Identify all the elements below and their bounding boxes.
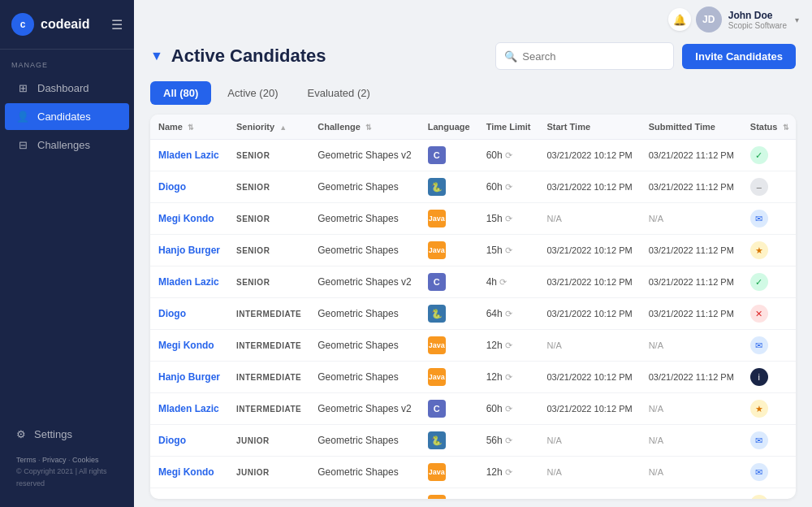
- cell-start-time: 03/21/2022 10:12 PM: [538, 235, 640, 266]
- dashboard-icon: ⊞: [16, 82, 29, 94]
- sidebar-footer: Terms · Privacy · Cookies © Copyright 20…: [5, 448, 129, 499]
- cell-submitted-time: N/A: [641, 203, 742, 235]
- filter-icon[interactable]: ▼: [150, 49, 163, 63]
- sidebar-settings[interactable]: ⚙ Settings: [5, 421, 129, 448]
- language-icon: C: [428, 400, 446, 418]
- table-row: Hanjo Burger JUNIOR Geometric Shapes Jav…: [150, 488, 796, 500]
- cell-status: ★: [742, 393, 796, 425]
- cell-challenge: Geometric Shapes v2: [309, 393, 419, 425]
- invite-candidates-button[interactable]: Invite Candidates: [682, 44, 796, 69]
- cell-challenge: Geometric Shapes: [309, 171, 419, 203]
- cell-start-time: N/A: [538, 425, 640, 457]
- chevron-down-icon: ▾: [795, 15, 799, 24]
- language-icon: Java: [428, 241, 446, 259]
- cell-challenge: Geometric Shapes: [309, 330, 419, 362]
- cell-name: Diogo: [150, 171, 228, 203]
- cell-start-time: 03/21/2022 10:12 PM: [538, 362, 640, 393]
- cell-status: –: [742, 171, 796, 203]
- cell-name: Megi Kondo: [150, 457, 228, 488]
- logo-text: codeaid: [41, 17, 89, 32]
- tab-all[interactable]: All (80): [150, 81, 211, 105]
- sidebar: c codeaid ☰ MANAGE ⊞ Dashboard 👤 Candida…: [0, 0, 134, 507]
- tabs: All (80) Active (20) Evaluated (2): [150, 81, 796, 105]
- col-name[interactable]: Name ⇅: [150, 115, 228, 140]
- cell-submitted-time: N/A: [641, 393, 742, 425]
- cell-name: Mladen Lazic: [150, 140, 228, 171]
- sidebar-bottom: ⚙ Settings Terms · Privacy · Cookies © C…: [0, 413, 134, 507]
- cell-time-limit: 60h ⟳: [478, 140, 539, 171]
- tab-evaluated[interactable]: Evaluated (2): [294, 81, 382, 105]
- copyright-text: © Copyright 2021 | All rights reserved: [16, 467, 107, 487]
- notification-bell[interactable]: 🔔: [668, 8, 691, 31]
- cell-seniority: JUNIOR: [228, 425, 309, 457]
- status-icon: ✉: [750, 336, 768, 354]
- cell-start-time: N/A: [538, 330, 640, 362]
- page-title-wrap: ▼ Active Candidates: [150, 46, 326, 67]
- candidate-name-link[interactable]: Megi Kondo: [158, 466, 214, 478]
- status-icon: ✉: [750, 463, 768, 481]
- cell-time-limit: 12h ⟳: [478, 488, 539, 500]
- sort-icon: ⇅: [365, 124, 372, 132]
- cell-seniority: INTERMEDIATE: [228, 362, 309, 393]
- cell-name: Mladen Lazic: [150, 393, 228, 425]
- privacy-link[interactable]: Privacy: [42, 456, 67, 464]
- search-input[interactable]: [522, 50, 665, 63]
- cookies-link[interactable]: Cookies: [72, 456, 99, 464]
- col-challenge[interactable]: Challenge ⇅: [309, 115, 419, 140]
- language-icon: Java: [428, 368, 446, 386]
- sidebar-item-challenges[interactable]: ⊟ Challenges: [5, 132, 129, 158]
- cell-status: ✉: [742, 425, 796, 457]
- sort-icon: ⇅: [188, 124, 194, 132]
- cell-language: C: [420, 266, 478, 298]
- cell-name: Diogo: [150, 425, 228, 457]
- candidate-name-link[interactable]: Diogo: [158, 181, 186, 193]
- terms-link[interactable]: Terms: [16, 456, 37, 464]
- sidebar-item-dashboard[interactable]: ⊞ Dashboard: [5, 75, 129, 102]
- page-header: ▼ Active Candidates 🔍 Invite Candidates: [150, 39, 796, 81]
- cell-time-limit: 64h ⟳: [478, 298, 539, 330]
- tab-active[interactable]: Active (20): [214, 81, 291, 105]
- cell-submitted-time: 03/21/2022 11:12 PM: [641, 298, 742, 330]
- cell-time-limit: 12h ⟳: [478, 330, 539, 362]
- user-company: Scopic Software: [728, 21, 787, 30]
- language-icon: Java: [428, 495, 446, 499]
- candidate-name-link[interactable]: Diogo: [158, 435, 186, 446]
- cell-start-time: 03/21/2022 10:12 PM: [538, 298, 640, 330]
- search-icon: 🔍: [504, 50, 517, 63]
- cell-status: ✉: [742, 203, 796, 235]
- sidebar-logo: c codeaid ☰: [0, 0, 134, 50]
- cell-submitted-time: 03/21/2022 11:12 PM: [641, 140, 742, 171]
- candidate-name-link[interactable]: Hanjo Burger: [158, 498, 220, 499]
- candidate-name-link[interactable]: Hanjo Burger: [158, 371, 220, 383]
- candidates-icon: 👤: [16, 110, 29, 123]
- candidate-name-link[interactable]: Hanjo Burger: [158, 245, 220, 256]
- sidebar-item-candidates[interactable]: 👤 Candidates: [5, 103, 129, 130]
- candidate-name-link[interactable]: Mladen Lazic: [158, 403, 219, 414]
- candidate-name-link[interactable]: Megi Kondo: [158, 213, 214, 224]
- cell-challenge: Geometric Shapes: [309, 203, 419, 235]
- cell-language: 🐍: [420, 298, 478, 330]
- cell-seniority: SENIOR: [228, 203, 309, 235]
- cell-submitted-time: N/A: [641, 425, 742, 457]
- menu-icon[interactable]: ☰: [111, 17, 123, 32]
- candidate-name-link[interactable]: Mladen Lazic: [158, 276, 219, 288]
- candidate-name-link[interactable]: Diogo: [158, 308, 186, 319]
- language-icon: Java: [428, 463, 446, 481]
- language-icon: 🐍: [428, 178, 446, 196]
- settings-icon: ⚙: [16, 428, 26, 440]
- cell-time-limit: 60h ⟳: [478, 171, 539, 203]
- cell-start-time: 03/21/2022 10:12 PM: [538, 171, 640, 203]
- candidate-name-link[interactable]: Megi Kondo: [158, 340, 214, 351]
- cell-time-limit: 15h ⟳: [478, 203, 539, 235]
- cell-name: Hanjo Burger: [150, 488, 228, 500]
- candidate-name-link[interactable]: Mladen Lazic: [158, 150, 219, 161]
- page-content: ▼ Active Candidates 🔍 Invite Candidates …: [134, 39, 812, 507]
- user-menu[interactable]: JD John Doe Scopic Software ▾: [696, 6, 799, 32]
- col-seniority[interactable]: Seniority ▲: [228, 115, 309, 140]
- cell-challenge: Geometric Shapes: [309, 235, 419, 266]
- table-row: Megi Kondo JUNIOR Geometric Shapes Java …: [150, 457, 796, 488]
- col-submitted-time: Submitted Time: [641, 115, 742, 140]
- manage-section-label: MANAGE: [0, 50, 134, 74]
- col-status[interactable]: Status ⇅: [742, 115, 796, 140]
- status-icon: i: [750, 368, 768, 386]
